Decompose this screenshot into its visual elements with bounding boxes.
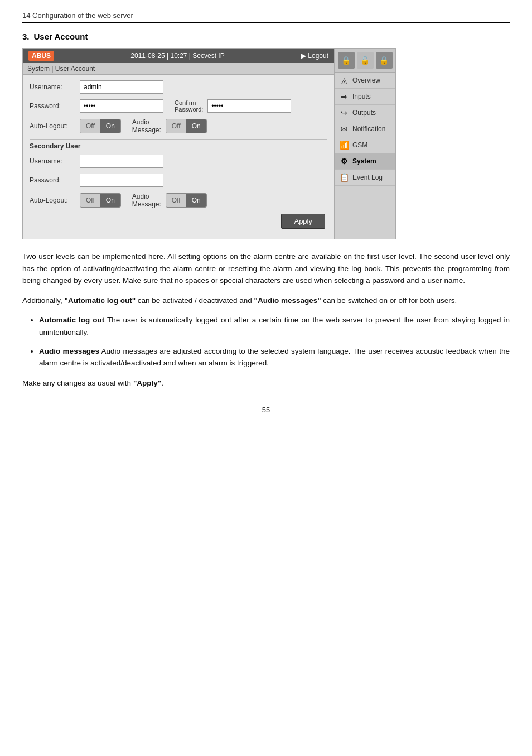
sidebar-item-notification-label: Notification bbox=[352, 125, 385, 133]
audio-message-off-btn[interactable]: Off bbox=[166, 119, 186, 133]
paragraph1: Two user levels can be implemented here.… bbox=[22, 251, 510, 287]
form-area: Username: Password: ConfirmPassword: Aut… bbox=[23, 75, 334, 239]
primary-username-row: Username: bbox=[30, 80, 327, 94]
sidebar-item-inputs-label: Inputs bbox=[352, 93, 371, 100]
apply-button[interactable]: Apply bbox=[281, 214, 325, 229]
bullet1-term: Automatic log out bbox=[39, 316, 104, 324]
sidebar-item-system[interactable]: ⚙ System bbox=[335, 153, 395, 170]
secondary-audio-message-label: AudioMessage: bbox=[132, 192, 161, 208]
bullet2-term: Audio messages bbox=[39, 347, 99, 355]
lock-icon-1[interactable]: 🔒 bbox=[338, 52, 355, 69]
confirm-password-label: ConfirmPassword: bbox=[175, 99, 203, 113]
lock-icon-3[interactable]: 🔒 bbox=[376, 52, 393, 69]
sidebar-item-gsm[interactable]: 📶 GSM bbox=[335, 137, 395, 153]
auto-logout-toggle[interactable]: Off On bbox=[80, 119, 121, 133]
bullet-item-2: Audio messages Audio messages are adjust… bbox=[39, 345, 510, 369]
eventlog-icon: 📋 bbox=[339, 173, 349, 182]
sidebar-item-gsm-label: GSM bbox=[352, 141, 367, 149]
audio-message-label: AudioMessage: bbox=[132, 118, 161, 134]
secondary-auto-logout-label: Auto-Logout: bbox=[30, 196, 80, 204]
primary-password-row: Password: ConfirmPassword: bbox=[30, 99, 327, 113]
top-bar: ABUS 2011-08-25 | 10:27 | Secvest IP ▶ L… bbox=[23, 49, 334, 63]
ui-main: ABUS 2011-08-25 | 10:27 | Secvest IP ▶ L… bbox=[23, 49, 334, 239]
secondary-password-input[interactable] bbox=[80, 174, 163, 187]
auto-logout-label: Auto-Logout: bbox=[30, 122, 80, 130]
username-label: Username: bbox=[30, 83, 80, 91]
breadcrumb: System | User Account bbox=[23, 63, 334, 75]
section-title: User Account bbox=[34, 32, 88, 41]
lock-icons-row: 🔒 🔓 🔒 bbox=[335, 49, 395, 73]
secondary-autologout-row: Auto-Logout: Off On AudioMessage: Off On bbox=[30, 192, 327, 208]
secondary-auto-logout-off-btn[interactable]: Off bbox=[80, 194, 100, 207]
secondary-audio-message-toggle[interactable]: Off On bbox=[166, 193, 207, 208]
auto-logout-on-btn[interactable]: On bbox=[100, 119, 120, 133]
secondary-audio-off-btn[interactable]: Off bbox=[166, 194, 186, 207]
secondary-auto-logout-toggle[interactable]: Off On bbox=[80, 193, 121, 208]
bullet2-text: Audio messages are adjusted according to… bbox=[39, 347, 510, 368]
password-input[interactable] bbox=[80, 99, 163, 113]
secondary-username-input[interactable] bbox=[80, 155, 163, 168]
logo: ABUS bbox=[28, 51, 54, 61]
outputs-icon: ↪ bbox=[339, 108, 349, 117]
page-number: 55 bbox=[22, 406, 510, 414]
username-input[interactable] bbox=[80, 80, 163, 94]
page-header: 14 Configuration of the web server bbox=[22, 11, 510, 23]
sidebar-item-eventlog[interactable]: 📋 Event Log bbox=[335, 170, 395, 186]
secondary-audio-on-btn[interactable]: On bbox=[186, 194, 206, 207]
secondary-username-row: Username: bbox=[30, 155, 327, 168]
sidebar-item-overview-label: Overview bbox=[352, 76, 380, 84]
bullet-item-1: Automatic log out The user is automatica… bbox=[39, 314, 510, 338]
notification-icon: ✉ bbox=[339, 124, 349, 133]
secondary-password-row: Password: bbox=[30, 174, 327, 187]
secondary-user-section-label: Secondary User bbox=[30, 139, 327, 150]
lock-icon-2[interactable]: 🔓 bbox=[357, 52, 374, 69]
section-number: 3. bbox=[22, 32, 30, 41]
logout-button[interactable]: ▶ Logout bbox=[301, 52, 328, 60]
sidebar-item-outputs[interactable]: ↪ Outputs bbox=[335, 105, 395, 121]
closing-text: Make any changes as usual with "Apply". bbox=[22, 377, 510, 389]
datetime: 2011-08-25 | 10:27 | Secvest IP bbox=[130, 52, 224, 60]
ui-panel: ABUS 2011-08-25 | 10:27 | Secvest IP ▶ L… bbox=[22, 48, 396, 239]
sidebar-item-system-label: System bbox=[352, 157, 376, 165]
sidebar: 🔒 🔓 🔒 ◬ Overview ➡ Inputs ↪ Outputs ✉ No… bbox=[334, 49, 395, 239]
sidebar-item-notification[interactable]: ✉ Notification bbox=[335, 121, 395, 137]
system-icon: ⚙ bbox=[339, 157, 349, 166]
audio-message-toggle[interactable]: Off On bbox=[166, 119, 207, 133]
secondary-auto-logout-on-btn[interactable]: On bbox=[100, 194, 120, 207]
auto-logout-off-btn[interactable]: Off bbox=[80, 119, 100, 133]
bullet-list: Automatic log out The user is automatica… bbox=[39, 314, 510, 369]
bullet1-text: The user is automatically logged out aft… bbox=[39, 316, 510, 336]
paragraph2: Additionally, "Automatic log out" can be… bbox=[22, 295, 510, 307]
audio-message-on-btn[interactable]: On bbox=[186, 119, 206, 133]
secondary-username-label: Username: bbox=[30, 157, 80, 165]
gsm-icon: 📶 bbox=[339, 141, 349, 150]
sidebar-item-eventlog-label: Event Log bbox=[352, 174, 383, 181]
overview-icon: ◬ bbox=[339, 76, 349, 85]
sidebar-item-overview[interactable]: ◬ Overview bbox=[335, 73, 395, 89]
password-label: Password: bbox=[30, 102, 80, 110]
primary-autologout-row: Auto-Logout: Off On AudioMessage: Off On bbox=[30, 118, 327, 134]
apply-row: Apply bbox=[30, 214, 327, 233]
sidebar-item-inputs[interactable]: ➡ Inputs bbox=[335, 89, 395, 105]
confirm-password-input[interactable] bbox=[207, 99, 291, 113]
sidebar-item-outputs-label: Outputs bbox=[352, 109, 376, 117]
inputs-icon: ➡ bbox=[339, 92, 349, 101]
secondary-password-label: Password: bbox=[30, 176, 80, 184]
